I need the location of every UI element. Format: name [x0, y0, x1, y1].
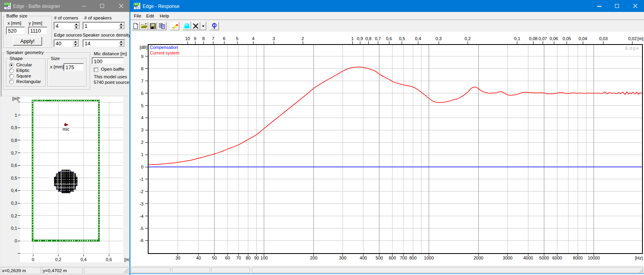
svg-text:5000: 5000	[539, 256, 549, 260]
svg-text:1: 1	[351, 36, 354, 41]
svg-text:1: 1	[15, 113, 17, 118]
svg-text:80: 80	[246, 256, 250, 260]
svg-text:7: 7	[141, 79, 143, 83]
svg-text:[dB]: [dB]	[139, 45, 147, 50]
svg-text:1: 1	[141, 152, 143, 157]
svg-text:0,8: 0,8	[366, 36, 371, 41]
svg-text:0,3: 0,3	[11, 201, 17, 205]
svg-text:70: 70	[236, 256, 241, 260]
svg-text:-5: -5	[139, 226, 143, 231]
svg-text:5: 5	[141, 103, 143, 108]
svg-text:0: 0	[32, 257, 34, 262]
svg-text:0,03: 0,03	[599, 36, 607, 41]
svg-text:6: 6	[223, 36, 225, 41]
svg-text:6000: 6000	[552, 256, 562, 260]
svg-text:0,8: 0,8	[11, 138, 17, 143]
svg-text:10000: 10000	[588, 256, 600, 260]
svg-text:0,6: 0,6	[11, 163, 17, 168]
svg-text:Current system: Current system	[150, 50, 180, 55]
svg-text:mic: mic	[62, 127, 70, 132]
svg-text:0,5: 0,5	[11, 176, 17, 180]
svg-text:9: 9	[141, 54, 143, 59]
svg-text:0,3: 0,3	[435, 36, 441, 41]
svg-text:0,9: 0,9	[11, 125, 17, 130]
svg-text:[Hz]: [Hz]	[635, 256, 643, 260]
svg-text:-1: -1	[139, 177, 143, 182]
svg-text:0,06: 0,06	[549, 36, 558, 41]
svg-text:[m]: [m]	[12, 97, 18, 101]
svg-text:100: 100	[261, 256, 268, 260]
svg-text:40: 40	[196, 256, 201, 260]
svg-text:-4: -4	[139, 214, 143, 219]
svg-text:7: 7	[212, 36, 214, 41]
svg-text:0,02: 0,02	[628, 36, 636, 41]
svg-text:3000: 3000	[503, 256, 512, 260]
svg-text:90: 90	[254, 256, 259, 260]
svg-text:[m]: [m]	[124, 257, 130, 262]
svg-text:700: 700	[400, 256, 407, 260]
svg-text:30: 30	[176, 256, 180, 260]
svg-text:8000: 8000	[573, 256, 582, 260]
svg-text:0,08: 0,08	[529, 36, 537, 41]
svg-text:0,1: 0,1	[11, 226, 17, 230]
svg-text:0: 0	[15, 238, 17, 243]
svg-text:0,9: 0,9	[357, 36, 363, 41]
svg-text:800: 800	[409, 256, 416, 260]
svg-text:0,4: 0,4	[81, 257, 87, 262]
svg-text:0,4: 0,4	[415, 36, 421, 41]
svg-text:500: 500	[376, 256, 383, 260]
svg-text:0,04: 0,04	[578, 36, 587, 41]
svg-text:2000: 2000	[474, 256, 483, 260]
svg-text:0,5: 0,5	[399, 36, 405, 41]
svg-text:50: 50	[212, 256, 217, 260]
svg-text:-6: -6	[139, 238, 143, 243]
svg-text:8: 8	[202, 36, 205, 41]
svg-text:6: 6	[141, 91, 143, 96]
svg-text:1000: 1000	[424, 256, 433, 260]
svg-text:3: 3	[141, 128, 143, 132]
svg-text:4000: 4000	[523, 256, 533, 260]
svg-text:0,4: 0,4	[11, 188, 17, 193]
svg-text:8: 8	[141, 66, 143, 71]
svg-text:0,6: 0,6	[106, 257, 112, 262]
svg-text:9: 9	[194, 36, 196, 41]
svg-text:0,6: 0,6	[386, 36, 392, 41]
svg-text:0: 0	[141, 165, 143, 169]
svg-text:600: 600	[389, 256, 396, 260]
svg-text:[m]: [m]	[637, 36, 643, 41]
svg-text:0,2: 0,2	[11, 213, 17, 218]
svg-text:3: 3	[273, 36, 275, 41]
svg-text:0,2: 0,2	[464, 36, 470, 41]
svg-text:0,7: 0,7	[375, 36, 381, 41]
svg-text:200: 200	[310, 256, 317, 260]
svg-text:5: 5	[236, 36, 238, 41]
svg-text:0,7: 0,7	[11, 151, 17, 155]
svg-text:4: 4	[141, 115, 143, 120]
svg-text:-3: -3	[139, 201, 143, 206]
svg-text:0,1: 0,1	[514, 36, 520, 41]
svg-text:0,07: 0,07	[538, 36, 547, 41]
svg-text:Compensation: Compensation	[150, 45, 178, 50]
svg-text:0,2: 0,2	[55, 257, 61, 262]
svg-text:60: 60	[225, 256, 230, 260]
svg-text:2: 2	[141, 140, 143, 145]
svg-text:400: 400	[360, 256, 367, 260]
svg-text:10: 10	[185, 36, 190, 41]
svg-text:Edge: Edge	[625, 46, 640, 50]
svg-text:2: 2	[302, 36, 304, 41]
svg-text:-2: -2	[139, 189, 143, 194]
svg-text:0,05: 0,05	[563, 36, 571, 41]
svg-text:4: 4	[252, 36, 254, 41]
svg-text:300: 300	[339, 256, 346, 260]
